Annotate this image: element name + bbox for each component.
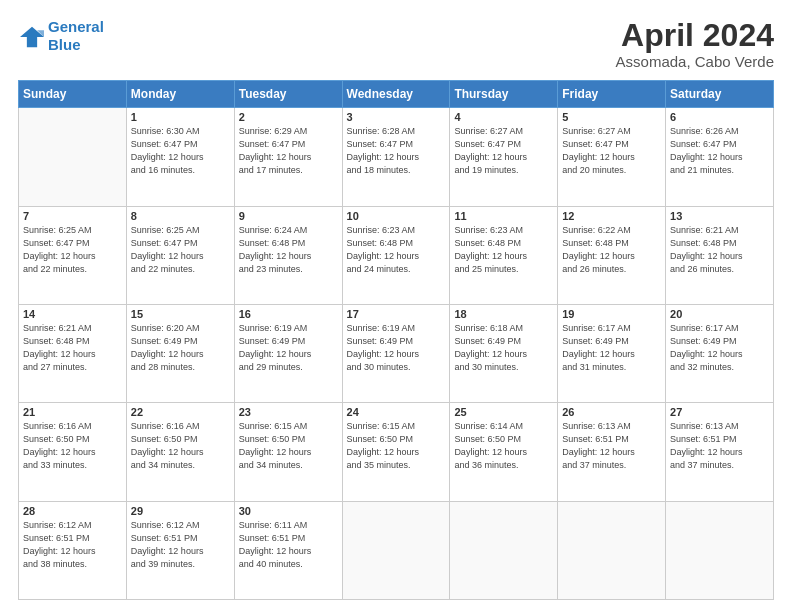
day-number: 6 bbox=[670, 111, 769, 123]
calendar-cell: 23Sunrise: 6:15 AMSunset: 6:50 PMDayligh… bbox=[234, 403, 342, 501]
day-number: 23 bbox=[239, 406, 338, 418]
day-info: Sunrise: 6:30 AMSunset: 6:47 PMDaylight:… bbox=[131, 125, 230, 177]
calendar-cell: 24Sunrise: 6:15 AMSunset: 6:50 PMDayligh… bbox=[342, 403, 450, 501]
day-number: 10 bbox=[347, 210, 446, 222]
page-title: April 2024 bbox=[616, 18, 774, 53]
page: General Blue April 2024 Assomada, Cabo V… bbox=[0, 0, 792, 612]
day-number: 21 bbox=[23, 406, 122, 418]
logo-icon bbox=[18, 25, 46, 49]
calendar-cell: 3Sunrise: 6:28 AMSunset: 6:47 PMDaylight… bbox=[342, 108, 450, 206]
calendar-header-thursday: Thursday bbox=[450, 81, 558, 108]
logo-text: General Blue bbox=[48, 18, 104, 54]
day-number: 5 bbox=[562, 111, 661, 123]
calendar-cell: 1Sunrise: 6:30 AMSunset: 6:47 PMDaylight… bbox=[126, 108, 234, 206]
day-number: 2 bbox=[239, 111, 338, 123]
calendar-cell: 29Sunrise: 6:12 AMSunset: 6:51 PMDayligh… bbox=[126, 501, 234, 599]
calendar-week-2: 7Sunrise: 6:25 AMSunset: 6:47 PMDaylight… bbox=[19, 206, 774, 304]
day-number: 28 bbox=[23, 505, 122, 517]
day-info: Sunrise: 6:23 AMSunset: 6:48 PMDaylight:… bbox=[347, 224, 446, 276]
calendar-header-wednesday: Wednesday bbox=[342, 81, 450, 108]
calendar-cell: 13Sunrise: 6:21 AMSunset: 6:48 PMDayligh… bbox=[666, 206, 774, 304]
day-info: Sunrise: 6:25 AMSunset: 6:47 PMDaylight:… bbox=[23, 224, 122, 276]
day-number: 8 bbox=[131, 210, 230, 222]
day-number: 14 bbox=[23, 308, 122, 320]
calendar-header-friday: Friday bbox=[558, 81, 666, 108]
calendar-cell: 12Sunrise: 6:22 AMSunset: 6:48 PMDayligh… bbox=[558, 206, 666, 304]
logo-line2: Blue bbox=[48, 36, 81, 53]
day-info: Sunrise: 6:16 AMSunset: 6:50 PMDaylight:… bbox=[131, 420, 230, 472]
day-number: 30 bbox=[239, 505, 338, 517]
calendar-cell: 7Sunrise: 6:25 AMSunset: 6:47 PMDaylight… bbox=[19, 206, 127, 304]
day-number: 13 bbox=[670, 210, 769, 222]
calendar-cell: 22Sunrise: 6:16 AMSunset: 6:50 PMDayligh… bbox=[126, 403, 234, 501]
logo-line1: General bbox=[48, 18, 104, 35]
day-info: Sunrise: 6:27 AMSunset: 6:47 PMDaylight:… bbox=[454, 125, 553, 177]
calendar-header-tuesday: Tuesday bbox=[234, 81, 342, 108]
calendar-cell: 30Sunrise: 6:11 AMSunset: 6:51 PMDayligh… bbox=[234, 501, 342, 599]
day-number: 27 bbox=[670, 406, 769, 418]
calendar-cell: 18Sunrise: 6:18 AMSunset: 6:49 PMDayligh… bbox=[450, 304, 558, 402]
calendar-cell: 14Sunrise: 6:21 AMSunset: 6:48 PMDayligh… bbox=[19, 304, 127, 402]
calendar-cell: 26Sunrise: 6:13 AMSunset: 6:51 PMDayligh… bbox=[558, 403, 666, 501]
day-info: Sunrise: 6:22 AMSunset: 6:48 PMDaylight:… bbox=[562, 224, 661, 276]
day-info: Sunrise: 6:17 AMSunset: 6:49 PMDaylight:… bbox=[562, 322, 661, 374]
day-number: 25 bbox=[454, 406, 553, 418]
day-number: 29 bbox=[131, 505, 230, 517]
calendar-cell bbox=[19, 108, 127, 206]
calendar-cell: 10Sunrise: 6:23 AMSunset: 6:48 PMDayligh… bbox=[342, 206, 450, 304]
day-info: Sunrise: 6:19 AMSunset: 6:49 PMDaylight:… bbox=[347, 322, 446, 374]
day-number: 18 bbox=[454, 308, 553, 320]
day-info: Sunrise: 6:26 AMSunset: 6:47 PMDaylight:… bbox=[670, 125, 769, 177]
day-info: Sunrise: 6:18 AMSunset: 6:49 PMDaylight:… bbox=[454, 322, 553, 374]
day-number: 9 bbox=[239, 210, 338, 222]
calendar-cell bbox=[450, 501, 558, 599]
day-info: Sunrise: 6:21 AMSunset: 6:48 PMDaylight:… bbox=[670, 224, 769, 276]
day-info: Sunrise: 6:15 AMSunset: 6:50 PMDaylight:… bbox=[347, 420, 446, 472]
calendar-table: SundayMondayTuesdayWednesdayThursdayFrid… bbox=[18, 80, 774, 600]
calendar-cell: 28Sunrise: 6:12 AMSunset: 6:51 PMDayligh… bbox=[19, 501, 127, 599]
calendar-cell: 8Sunrise: 6:25 AMSunset: 6:47 PMDaylight… bbox=[126, 206, 234, 304]
day-info: Sunrise: 6:19 AMSunset: 6:49 PMDaylight:… bbox=[239, 322, 338, 374]
day-info: Sunrise: 6:15 AMSunset: 6:50 PMDaylight:… bbox=[239, 420, 338, 472]
day-info: Sunrise: 6:25 AMSunset: 6:47 PMDaylight:… bbox=[131, 224, 230, 276]
day-info: Sunrise: 6:12 AMSunset: 6:51 PMDaylight:… bbox=[23, 519, 122, 571]
day-info: Sunrise: 6:13 AMSunset: 6:51 PMDaylight:… bbox=[562, 420, 661, 472]
day-number: 15 bbox=[131, 308, 230, 320]
calendar-header-sunday: Sunday bbox=[19, 81, 127, 108]
calendar-cell: 20Sunrise: 6:17 AMSunset: 6:49 PMDayligh… bbox=[666, 304, 774, 402]
day-number: 19 bbox=[562, 308, 661, 320]
calendar-cell bbox=[342, 501, 450, 599]
day-info: Sunrise: 6:11 AMSunset: 6:51 PMDaylight:… bbox=[239, 519, 338, 571]
day-info: Sunrise: 6:23 AMSunset: 6:48 PMDaylight:… bbox=[454, 224, 553, 276]
header: General Blue April 2024 Assomada, Cabo V… bbox=[18, 18, 774, 70]
day-number: 11 bbox=[454, 210, 553, 222]
day-info: Sunrise: 6:17 AMSunset: 6:49 PMDaylight:… bbox=[670, 322, 769, 374]
calendar-cell: 25Sunrise: 6:14 AMSunset: 6:50 PMDayligh… bbox=[450, 403, 558, 501]
calendar-cell bbox=[666, 501, 774, 599]
day-number: 20 bbox=[670, 308, 769, 320]
day-number: 22 bbox=[131, 406, 230, 418]
calendar-cell: 11Sunrise: 6:23 AMSunset: 6:48 PMDayligh… bbox=[450, 206, 558, 304]
day-info: Sunrise: 6:27 AMSunset: 6:47 PMDaylight:… bbox=[562, 125, 661, 177]
day-number: 24 bbox=[347, 406, 446, 418]
calendar-header-row: SundayMondayTuesdayWednesdayThursdayFrid… bbox=[19, 81, 774, 108]
day-info: Sunrise: 6:21 AMSunset: 6:48 PMDaylight:… bbox=[23, 322, 122, 374]
page-subtitle: Assomada, Cabo Verde bbox=[616, 53, 774, 70]
calendar-cell: 9Sunrise: 6:24 AMSunset: 6:48 PMDaylight… bbox=[234, 206, 342, 304]
calendar-week-5: 28Sunrise: 6:12 AMSunset: 6:51 PMDayligh… bbox=[19, 501, 774, 599]
calendar-cell: 19Sunrise: 6:17 AMSunset: 6:49 PMDayligh… bbox=[558, 304, 666, 402]
calendar-header-monday: Monday bbox=[126, 81, 234, 108]
calendar-cell: 27Sunrise: 6:13 AMSunset: 6:51 PMDayligh… bbox=[666, 403, 774, 501]
day-number: 12 bbox=[562, 210, 661, 222]
day-number: 1 bbox=[131, 111, 230, 123]
calendar-cell: 15Sunrise: 6:20 AMSunset: 6:49 PMDayligh… bbox=[126, 304, 234, 402]
day-number: 26 bbox=[562, 406, 661, 418]
calendar-cell bbox=[558, 501, 666, 599]
calendar-cell: 5Sunrise: 6:27 AMSunset: 6:47 PMDaylight… bbox=[558, 108, 666, 206]
day-number: 17 bbox=[347, 308, 446, 320]
calendar-cell: 4Sunrise: 6:27 AMSunset: 6:47 PMDaylight… bbox=[450, 108, 558, 206]
day-info: Sunrise: 6:13 AMSunset: 6:51 PMDaylight:… bbox=[670, 420, 769, 472]
day-info: Sunrise: 6:29 AMSunset: 6:47 PMDaylight:… bbox=[239, 125, 338, 177]
logo: General Blue bbox=[18, 18, 104, 54]
calendar-cell: 2Sunrise: 6:29 AMSunset: 6:47 PMDaylight… bbox=[234, 108, 342, 206]
